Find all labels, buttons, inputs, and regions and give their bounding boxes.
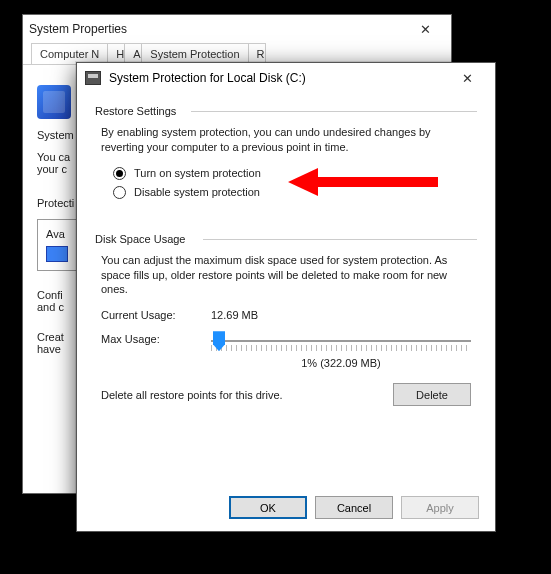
tab-hardware[interactable]: H [107, 43, 125, 64]
cancel-button[interactable]: Cancel [315, 496, 393, 519]
tab-remote[interactable]: R [248, 43, 266, 64]
max-usage-label: Max Usage: [101, 331, 211, 345]
drive-icon [46, 246, 68, 262]
current-usage-label: Current Usage: [101, 309, 211, 321]
restore-settings-group: Restore Settings [95, 105, 477, 117]
front-body: Restore Settings By enabling system prot… [77, 93, 495, 406]
tab-advanced[interactable]: A [124, 43, 142, 64]
max-usage-readout: 1% (322.09 MB) [211, 357, 471, 369]
restore-settings-desc: By enabling system protection, you can u… [101, 125, 471, 155]
delete-button[interactable]: Delete [393, 383, 471, 406]
disk-space-group: Disk Space Usage [95, 233, 477, 245]
apply-button[interactable]: Apply [401, 496, 479, 519]
radio-icon [113, 186, 126, 199]
disk-space-desc: You can adjust the maximum disk space us… [101, 253, 471, 298]
delete-desc: Delete all restore points for this drive… [101, 389, 381, 401]
ok-button[interactable]: OK [229, 496, 307, 519]
radio-icon [113, 167, 126, 180]
dialog-button-row: OK Cancel Apply [229, 496, 479, 519]
current-usage-row: Current Usage: 12.69 MB [101, 309, 471, 321]
radio-turn-on[interactable]: Turn on system protection [113, 167, 477, 180]
radio-disable[interactable]: Disable system protection [113, 186, 477, 199]
disk-space-label: Disk Space Usage [95, 233, 186, 245]
close-icon[interactable]: ✕ [447, 71, 487, 86]
drive-icon [85, 71, 101, 85]
max-usage-row: Max Usage: 1% (322.09 MB) [101, 331, 471, 369]
back-titlebar: System Properties ✕ [23, 15, 451, 43]
system-protection-dialog: System Protection for Local Disk (C:) ✕ … [76, 62, 496, 532]
front-titlebar: System Protection for Local Disk (C:) ✕ [77, 63, 495, 93]
max-usage-slider[interactable] [211, 331, 471, 355]
front-title-text: System Protection for Local Disk (C:) [109, 71, 306, 85]
shield-icon [37, 85, 71, 119]
back-title: System Properties [29, 22, 127, 36]
restore-settings-label: Restore Settings [95, 105, 176, 117]
close-icon[interactable]: ✕ [405, 22, 445, 37]
tab-computer-name[interactable]: Computer N [31, 43, 108, 64]
tab-system-protection[interactable]: System Protection [141, 43, 248, 64]
radio-turn-on-label: Turn on system protection [134, 167, 261, 179]
radio-disable-label: Disable system protection [134, 186, 260, 198]
current-usage-value: 12.69 MB [211, 309, 258, 321]
